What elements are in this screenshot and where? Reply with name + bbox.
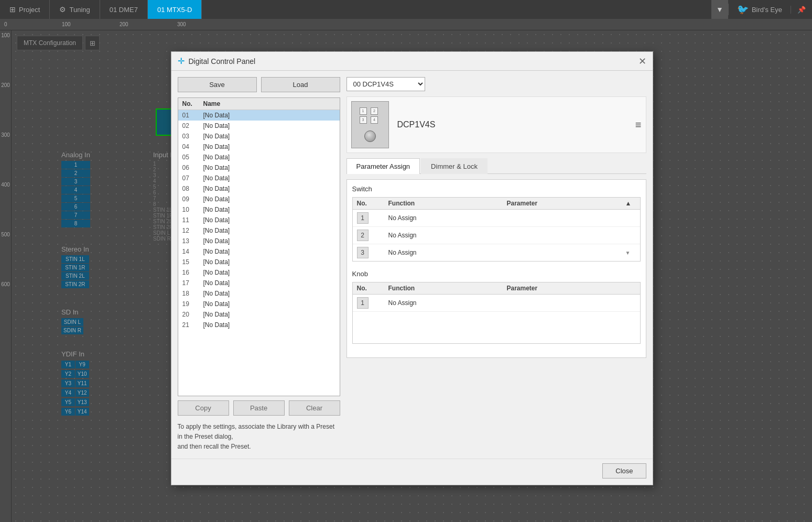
tab-bar: Parameter Assign Dimmer & Lock <box>347 158 646 174</box>
birds-eye-button[interactable]: 🐦 Bird's Eye <box>728 4 791 15</box>
canvas: MTX Configuration ⊞ DCP Analog In 1 2 3 … <box>12 30 812 522</box>
dcp-knob <box>364 130 376 142</box>
list-item[interactable]: 03 [No Data] <box>178 131 340 142</box>
side-mark-600: 600 <box>1 281 10 331</box>
right-panel: 00 DCP1V4S 1 2 3 4 <box>347 77 646 452</box>
left-panel: Save Load No. Name 01 [No Data] <box>178 77 340 452</box>
list-item[interactable]: 02 [No Data] <box>178 121 340 131</box>
list-container[interactable]: No. Name 01 [No Data] 02 [No Data] <box>178 97 340 396</box>
ruler-mark-300: 300 <box>177 21 235 27</box>
tab-mtx5d[interactable]: 01 MTX5-D <box>148 0 202 19</box>
tab-dimmer-lock[interactable]: Dimmer & Lock <box>421 158 488 174</box>
save-button[interactable]: Save <box>178 77 257 92</box>
list-item[interactable]: 15 [No Data] <box>178 257 340 267</box>
tab-dropdown-button[interactable]: ▼ <box>711 0 728 19</box>
dcp-btn-3: 3 <box>360 116 367 124</box>
list-item[interactable]: 08 [No Data] <box>178 183 340 194</box>
dcp-btn-1: 1 <box>360 107 367 115</box>
paste-button[interactable]: Paste <box>233 400 285 416</box>
knob-section-title: Knob <box>352 270 641 278</box>
switch-row-3[interactable]: 3 No Assign ▼ <box>353 244 640 261</box>
device-name: DCP1V4S <box>397 120 436 129</box>
dcp-buttons-grid: 1 2 3 4 <box>360 107 381 124</box>
knob-table-header: No. Function Parameter <box>353 282 640 295</box>
dcp-btn-4: 4 <box>371 116 378 124</box>
switch-table-header: No. Function Parameter ▲ <box>353 198 640 210</box>
list-header: No. Name <box>178 98 340 110</box>
bird-icon: 🐦 <box>737 4 749 15</box>
list-item[interactable]: 09 [No Data] <box>178 194 340 204</box>
list-item[interactable]: 17 [No Data] <box>178 278 340 288</box>
switch-row-2[interactable]: 2 No Assign <box>353 227 640 244</box>
dcp-device-select[interactable]: 00 DCP1V4S <box>347 77 425 91</box>
digital-control-panel-dialog: ✛ Digital Control Panel ✕ Save Load <box>171 51 653 485</box>
dialog-title-bar: ✛ Digital Control Panel ✕ <box>171 52 653 71</box>
list-item[interactable]: 18 [No Data] <box>178 288 340 299</box>
param-assign-content: Switch No. Function Parameter ▲ 1 <box>347 179 646 358</box>
list-item[interactable]: 21 [No Data] <box>178 320 340 330</box>
switch-table: No. Function Parameter ▲ 1 No Assign <box>352 197 641 262</box>
project-icon: ⊞ <box>9 5 16 14</box>
list-item[interactable]: 14 [No Data] <box>178 246 340 257</box>
list-item[interactable]: 10 [No Data] <box>178 204 340 215</box>
list-item[interactable]: 19 [No Data] <box>178 299 340 309</box>
ruler-mark-0: 0 <box>4 21 62 27</box>
dialog-overlay: ✛ Digital Control Panel ✕ Save Load <box>12 30 812 522</box>
pin-button[interactable]: 📌 <box>791 6 812 14</box>
action-row: Copy Paste Clear <box>178 400 340 416</box>
pin-icon: 📌 <box>797 6 806 14</box>
dialog-title: ✛ Digital Control Panel <box>178 56 256 66</box>
tab-dme7[interactable]: 01 DME7 <box>100 0 148 19</box>
dialog-body: Save Load No. Name 01 [No Data] <box>171 71 653 459</box>
side-ruler: 100 200 300 400 500 600 <box>0 30 12 522</box>
list-item[interactable]: 20 [No Data] <box>178 309 340 320</box>
list-item[interactable]: 05 [No Data] <box>178 152 340 162</box>
menu-dots-button[interactable]: ≡ <box>635 119 642 131</box>
tab-project[interactable]: ⊞ Project <box>0 0 50 19</box>
copy-button[interactable]: Copy <box>178 400 229 416</box>
tuning-icon: ⚙ <box>59 5 66 14</box>
switch-section-title: Switch <box>352 185 641 193</box>
device-preview-row: 1 2 3 4 DCP1V4S ≡ <box>347 96 646 153</box>
scroll-arrow-up: ▲ <box>625 200 636 207</box>
dcp-device-image: 1 2 3 4 <box>351 101 389 148</box>
list-item[interactable]: 06 [No Data] <box>178 162 340 173</box>
device-selector-row: 00 DCP1V4S <box>347 77 646 91</box>
top-bar: ⊞ Project ⚙ Tuning 01 DME7 01 MTX5-D ▼ 🐦… <box>0 0 812 19</box>
ruler-mark-200: 200 <box>120 21 177 27</box>
dcp-btn-2: 2 <box>371 107 378 115</box>
dialog-title-icon: ✛ <box>178 56 185 66</box>
tab-parameter-assign[interactable]: Parameter Assign <box>347 158 420 174</box>
ruler-mark-100: 100 <box>62 21 120 27</box>
toolbar-row: Save Load <box>178 77 340 92</box>
knob-table-empty <box>353 312 640 343</box>
side-mark-200: 200 <box>1 82 10 132</box>
knob-row-1[interactable]: 1 No Assign <box>353 295 640 312</box>
dialog-close-button[interactable]: ✕ <box>638 57 646 66</box>
list-item[interactable]: 01 [No Data] <box>178 110 340 121</box>
tab-tuning[interactable]: ⚙ Tuning <box>50 0 100 19</box>
load-button[interactable]: Load <box>261 77 340 92</box>
side-mark-100: 100 <box>1 32 10 82</box>
side-mark-400: 400 <box>1 182 10 232</box>
list-item[interactable]: 12 [No Data] <box>178 225 340 236</box>
close-button[interactable]: Close <box>602 463 646 478</box>
clear-button[interactable]: Clear <box>289 400 340 416</box>
list-item[interactable]: 16 [No Data] <box>178 267 340 278</box>
info-text: To apply the settings, associate the Lib… <box>178 422 340 452</box>
side-mark-500: 500 <box>1 232 10 281</box>
knob-table: No. Function Parameter 1 No Assign <box>352 282 641 344</box>
side-mark-300: 300 <box>1 132 10 182</box>
list-item[interactable]: 13 [No Data] <box>178 236 340 246</box>
workspace: 100 200 300 400 500 600 MTX Configuratio… <box>0 30 812 522</box>
ruler: 0 100 200 300 <box>0 19 812 30</box>
dialog-footer: Close <box>171 459 653 485</box>
switch-row-1[interactable]: 1 No Assign <box>353 210 640 227</box>
list-item[interactable]: 04 [No Data] <box>178 142 340 152</box>
list-item[interactable]: 11 [No Data] <box>178 215 340 225</box>
list-item[interactable]: 07 [No Data] <box>178 173 340 183</box>
